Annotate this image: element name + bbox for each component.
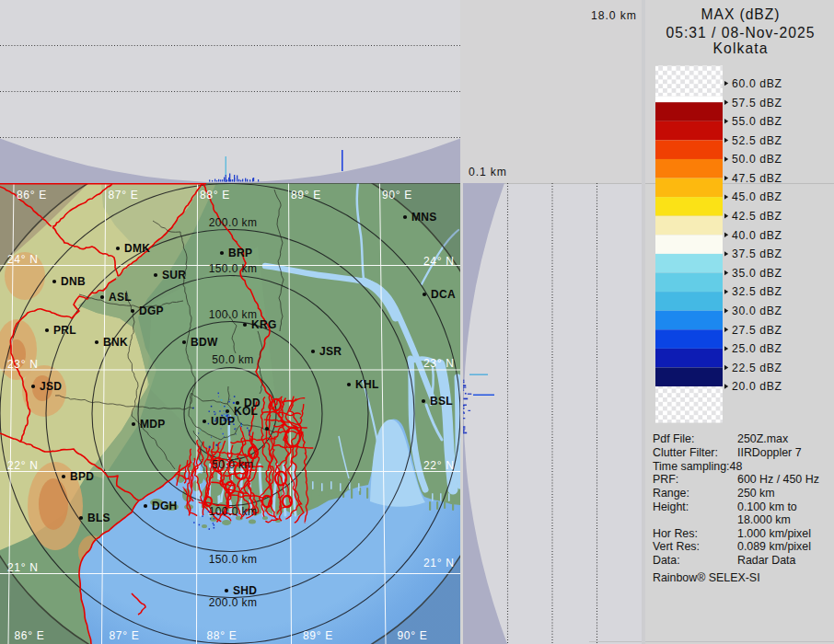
svg-text:18.000 km: 18.000 km [737, 513, 791, 526]
svg-text:45.0 dBZ: 45.0 dBZ [732, 190, 782, 203]
svg-text:BRP: BRP [228, 247, 252, 259]
svg-text:BNK: BNK [103, 336, 128, 349]
svg-text:37.5 dBZ: 37.5 dBZ [732, 247, 782, 260]
svg-text:PRL: PRL [53, 324, 76, 337]
svg-text:JSR: JSR [319, 345, 342, 358]
svg-text:25.0 dBZ: 25.0 dBZ [732, 342, 782, 355]
svg-text:DGH: DGH [152, 500, 178, 512]
svg-text:23° N: 23° N [7, 358, 39, 371]
svg-text:21° N: 21° N [7, 561, 39, 574]
svg-text:100.0 km: 100.0 km [209, 308, 258, 321]
svg-text:BPD: BPD [70, 470, 94, 483]
svg-text:BLS: BLS [87, 512, 110, 524]
svg-text:89° E: 89° E [303, 629, 333, 642]
svg-text:24° N: 24° N [423, 255, 455, 268]
svg-text:0.100 km to: 0.100 km to [737, 500, 797, 513]
svg-text:89° E: 89° E [291, 189, 321, 201]
svg-text:60.0 dBZ: 60.0 dBZ [732, 77, 782, 90]
svg-text:88° E: 88° E [207, 629, 237, 642]
svg-text:1.000 km/pixel: 1.000 km/pixel [737, 527, 811, 540]
svg-text:Vert Res:: Vert Res: [653, 540, 700, 553]
svg-text:Range:: Range: [653, 487, 689, 500]
svg-text:BSL: BSL [430, 395, 453, 408]
svg-text:SHD: SHD [233, 584, 257, 597]
svg-text:DNB: DNB [61, 275, 86, 288]
svg-text:KOL: KOL [234, 405, 258, 418]
svg-text:Time sampling:48: Time sampling:48 [653, 460, 742, 473]
svg-text:Kolkata: Kolkata [713, 40, 768, 56]
svg-text:PRF:: PRF: [653, 473, 678, 486]
svg-text:05:31 / 08-Nov-2025: 05:31 / 08-Nov-2025 [666, 25, 815, 40]
svg-text:UDP: UDP [211, 415, 235, 428]
svg-text:Data:: Data: [653, 554, 680, 567]
svg-text:21° N: 21° N [423, 557, 455, 569]
svg-text:Rainbow® SELEX-SI: Rainbow® SELEX-SI [653, 571, 760, 584]
svg-text:22° N: 22° N [423, 459, 455, 472]
svg-text:JSD: JSD [40, 380, 62, 393]
svg-text:Height:: Height: [653, 500, 689, 513]
svg-text:40.0 dBZ: 40.0 dBZ [732, 229, 782, 242]
svg-text:KHL: KHL [355, 378, 379, 391]
svg-text:600 Hz / 450 Hz: 600 Hz / 450 Hz [737, 473, 819, 486]
svg-text:23° N: 23° N [423, 357, 455, 370]
svg-text:Clutter Filter:: Clutter Filter: [653, 446, 718, 459]
svg-text:18.0 km: 18.0 km [591, 9, 636, 22]
svg-text:Hor Res:: Hor Res: [653, 527, 698, 540]
svg-text:DGP: DGP [139, 305, 164, 317]
svg-text:30.0 dBZ: 30.0 dBZ [732, 305, 782, 317]
svg-text:MAX (dBZ): MAX (dBZ) [701, 6, 780, 22]
svg-text:50.0 dBZ: 50.0 dBZ [732, 153, 782, 166]
svg-text:88° E: 88° E [200, 189, 230, 201]
svg-text:200.0 km: 200.0 km [209, 216, 258, 229]
svg-text:47.5 dBZ: 47.5 dBZ [732, 172, 782, 185]
svg-text:35.0 dBZ: 35.0 dBZ [732, 267, 782, 280]
svg-text:32.5 dBZ: 32.5 dBZ [732, 285, 782, 298]
svg-text:57.5 dBZ: 57.5 dBZ [732, 97, 782, 109]
svg-text:87° E: 87° E [110, 629, 140, 642]
svg-text:150.0 km: 150.0 km [209, 262, 258, 275]
svg-text:MNS: MNS [411, 211, 437, 224]
svg-text:0.089 km/pixel: 0.089 km/pixel [737, 540, 811, 553]
svg-text:0.1 km: 0.1 km [469, 166, 506, 178]
svg-text:IIRDoppler 7: IIRDoppler 7 [737, 446, 802, 459]
svg-text:52.5 dBZ: 52.5 dBZ [732, 134, 782, 147]
svg-text:50.0 km: 50.0 km [212, 458, 254, 471]
svg-text:86° E: 86° E [15, 629, 45, 642]
svg-text:27.5 dBZ: 27.5 dBZ [732, 324, 782, 337]
svg-text:20.0 dBZ: 20.0 dBZ [732, 380, 782, 393]
svg-text:24° N: 24° N [7, 253, 39, 266]
svg-text:ASL: ASL [109, 291, 132, 304]
svg-text:DMK: DMK [124, 242, 150, 255]
svg-text:100.0 km: 100.0 km [209, 505, 258, 518]
svg-text:MDP: MDP [140, 418, 166, 431]
svg-text:150.0 km: 150.0 km [209, 553, 258, 566]
svg-text:55.0 dBZ: 55.0 dBZ [732, 115, 782, 128]
svg-text:KRG: KRG [251, 318, 277, 331]
svg-text:200.0 km: 200.0 km [209, 596, 258, 609]
svg-text:87° E: 87° E [109, 189, 139, 201]
svg-text:22.5 dBZ: 22.5 dBZ [732, 362, 782, 374]
svg-text:250Z.max: 250Z.max [737, 432, 789, 445]
svg-text:86° E: 86° E [17, 189, 47, 201]
svg-text:22° N: 22° N [7, 459, 39, 472]
svg-text:Pdf File:: Pdf File: [653, 432, 694, 445]
svg-text:250 km: 250 km [737, 487, 775, 500]
svg-text:DCA: DCA [431, 288, 456, 301]
svg-text:50.0 km: 50.0 km [212, 353, 254, 366]
svg-text:90° E: 90° E [398, 629, 428, 642]
svg-text:SUR: SUR [162, 269, 186, 282]
svg-text:42.5 dBZ: 42.5 dBZ [732, 210, 782, 223]
svg-text:90° E: 90° E [382, 189, 412, 201]
svg-text:BDW: BDW [191, 336, 218, 349]
svg-text:Radar Data: Radar Data [737, 554, 795, 567]
